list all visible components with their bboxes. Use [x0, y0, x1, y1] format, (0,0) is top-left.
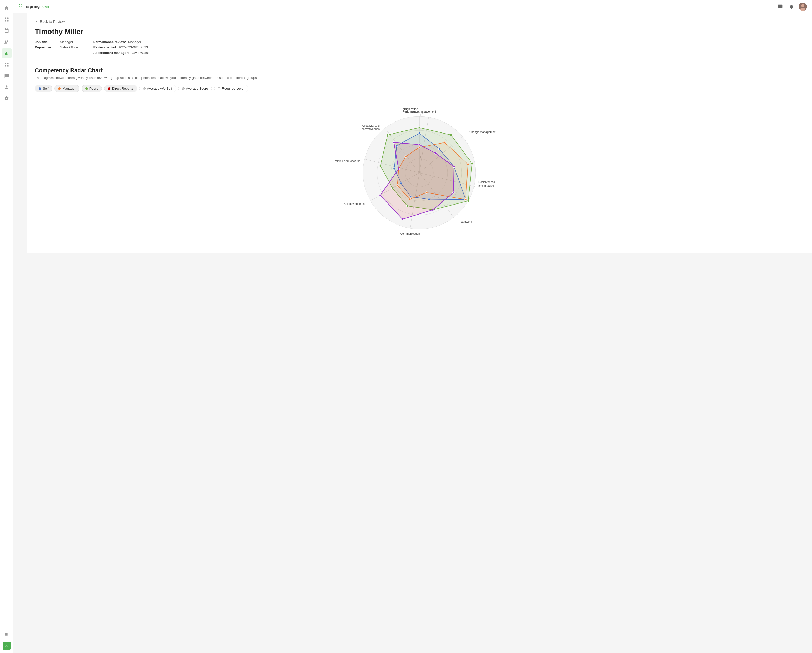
- svg-text:Planning and: Planning and: [412, 111, 429, 114]
- bell-icon: [789, 4, 794, 9]
- svg-point-69: [418, 143, 420, 146]
- svg-point-59: [405, 156, 407, 158]
- sidebar-item-comments[interactable]: [2, 71, 12, 81]
- legend-required-level[interactable]: Required Level: [214, 85, 248, 92]
- department-label: Department:: [35, 45, 58, 49]
- sidebar-item-team[interactable]: [2, 82, 12, 92]
- svg-point-43: [438, 148, 440, 150]
- assessment-manager-row: Assessment manager: David Watson: [93, 51, 151, 55]
- svg-point-65: [406, 205, 408, 207]
- svg-text:Self-development: Self-development: [343, 202, 365, 205]
- bell-button[interactable]: [788, 3, 795, 11]
- svg-point-54: [465, 198, 467, 201]
- legend-avg-wo-self[interactable]: Average w/o Self: [139, 85, 176, 92]
- svg-point-75: [379, 194, 382, 196]
- sidebar-bottom: OS: [2, 629, 12, 650]
- performance-review-label: Performance review:: [93, 40, 126, 44]
- assessment-manager-label: Assessment manager:: [93, 51, 129, 55]
- legend-manager[interactable]: Manager: [54, 85, 79, 92]
- topbar-right: [776, 3, 807, 11]
- user-avatar[interactable]: [799, 3, 807, 11]
- legend-row: Self Manager Peers Direct Reports Averag…: [35, 85, 804, 92]
- app-name-colored: learn: [41, 5, 50, 9]
- app-logo: ispring learn: [18, 4, 50, 10]
- main-content: Back to Review Timothy Miller Job title:…: [27, 13, 812, 653]
- svg-point-67: [379, 165, 382, 167]
- svg-text:Teamwork: Teamwork: [459, 220, 472, 223]
- required-level-label: Required Level: [222, 87, 244, 90]
- radar-chart: 4 3 2 1 0 Performance management: [332, 98, 507, 247]
- svg-point-63: [467, 200, 469, 202]
- svg-point-52: [444, 142, 446, 143]
- svg-point-61: [450, 134, 452, 136]
- svg-point-56: [409, 198, 411, 200]
- peers-label: Peers: [90, 87, 98, 90]
- avg-wo-self-dot: [143, 87, 146, 90]
- chart-title: Competency Radar Chart: [35, 67, 804, 74]
- svg-text:and initiative: and initiative: [478, 184, 494, 187]
- svg-rect-1: [7, 18, 8, 19]
- department-row: Department: Sales Office: [35, 45, 78, 49]
- svg-point-71: [453, 166, 455, 168]
- app-name: ispring: [26, 5, 40, 9]
- department-value: Sales Office: [60, 45, 78, 49]
- topbar: ispring learn: [13, 0, 812, 13]
- job-title-value: Manager: [60, 40, 73, 44]
- svg-text:Change management: Change management: [469, 130, 496, 134]
- svg-point-7: [21, 6, 22, 8]
- svg-point-4: [19, 4, 20, 5]
- back-arrow-icon: [35, 20, 38, 23]
- sidebar-item-analytics[interactable]: [2, 48, 12, 58]
- review-period-value: 9/2/2023-9/20/2023: [119, 45, 148, 49]
- sidebar-item-calendar[interactable]: [2, 26, 12, 36]
- legend-direct-reports[interactable]: Direct Reports: [104, 85, 137, 92]
- svg-point-66: [391, 187, 394, 189]
- svg-text:Creativity and: Creativity and: [362, 124, 380, 127]
- performance-review-value: Manager: [128, 40, 141, 44]
- avg-score-dot: [182, 87, 185, 90]
- svg-rect-2: [5, 20, 6, 21]
- svg-point-70: [435, 152, 437, 154]
- svg-text:Training and research: Training and research: [333, 159, 360, 162]
- svg-point-42: [418, 132, 420, 134]
- detail-group-right: Performance review: Manager Review perio…: [93, 40, 151, 55]
- svg-point-60: [418, 127, 420, 129]
- performance-review-row: Performance review: Manager: [93, 40, 151, 44]
- content-area: Back to Review Timothy Miller Job title:…: [27, 13, 812, 253]
- svg-text:innovativeness: innovativeness: [361, 127, 380, 130]
- sidebar: OS: [0, 0, 13, 653]
- svg-point-62: [471, 162, 473, 165]
- svg-point-73: [432, 209, 434, 211]
- back-navigation[interactable]: Back to Review: [35, 20, 804, 24]
- svg-point-53: [467, 163, 469, 165]
- peers-dot: [85, 87, 88, 90]
- manager-dot: [58, 87, 61, 90]
- avg-score-label: Average Score: [186, 87, 208, 90]
- svg-text:Communication: Communication: [400, 232, 420, 235]
- legend-self[interactable]: Self: [35, 85, 52, 92]
- svg-text:Decisiveness: Decisiveness: [478, 180, 495, 183]
- sidebar-item-apps[interactable]: [2, 629, 12, 640]
- sidebar-item-settings[interactable]: [2, 93, 12, 104]
- svg-point-6: [19, 6, 20, 8]
- ispring-logo-icon: [18, 4, 24, 10]
- svg-text:organization: organization: [403, 107, 418, 110]
- svg-rect-3: [7, 20, 8, 21]
- chat-button[interactable]: [776, 3, 784, 11]
- svg-point-51: [418, 146, 420, 148]
- review-period-row: Review period: 9/2/2023-9/20/2023: [93, 45, 151, 49]
- svg-rect-0: [5, 18, 6, 19]
- sidebar-user-avatar[interactable]: OS: [3, 642, 11, 650]
- avg-wo-self-label: Average w/o Self: [147, 87, 172, 90]
- sidebar-item-users[interactable]: [2, 37, 12, 47]
- svg-point-46: [428, 198, 430, 200]
- assessment-manager-value: David Watson: [131, 51, 151, 55]
- legend-peers[interactable]: Peers: [81, 85, 102, 92]
- svg-point-48: [400, 182, 402, 184]
- svg-point-5: [21, 4, 22, 5]
- legend-avg-score[interactable]: Average Score: [178, 85, 212, 92]
- sidebar-item-grid[interactable]: [2, 60, 12, 70]
- sidebar-item-reports[interactable]: [2, 14, 12, 24]
- sidebar-item-home[interactable]: [2, 3, 12, 13]
- svg-point-77: [393, 142, 395, 143]
